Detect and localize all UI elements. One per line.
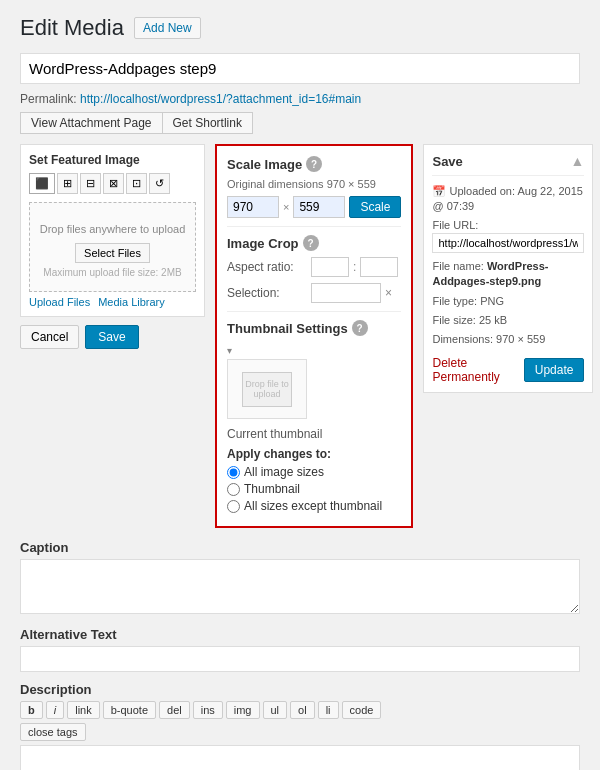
width-input[interactable] — [227, 196, 279, 218]
upload-files-link[interactable]: Upload Files — [29, 296, 90, 308]
permalink-link[interactable]: http://localhost/wordpress1/?attachment_… — [80, 92, 361, 106]
scale-help-icon[interactable]: ? — [306, 156, 322, 172]
toolbar-btn-4[interactable]: ⊠ — [103, 173, 124, 194]
editor-btn-ol[interactable]: ol — [290, 701, 315, 719]
get-shortlink-btn[interactable]: Get Shortlink — [162, 112, 253, 134]
radio-all-sizes-input[interactable] — [227, 466, 240, 479]
media-library-link[interactable]: Media Library — [98, 296, 165, 308]
save-box: Save ▲ 📅 Uploaded on: Aug 22, 2015 @ 07:… — [423, 144, 593, 393]
alt-text-section: Alternative Text — [20, 627, 580, 672]
toolbar-btn-5[interactable]: ⊡ — [126, 173, 147, 194]
view-attachment-btn[interactable]: View Attachment Page — [20, 112, 162, 134]
editor-toolbar: b i link b-quote del ins img ul ol li co… — [20, 701, 580, 719]
caption-label: Caption — [20, 540, 580, 555]
radio-thumbnail-label: Thumbnail — [244, 482, 300, 496]
media-title-input[interactable] — [20, 53, 580, 84]
toolbar-btn-3[interactable]: ⊟ — [80, 173, 101, 194]
upload-dropzone: Drop files anywhere to upload Select Fil… — [29, 202, 196, 292]
description-textarea[interactable] — [20, 745, 580, 770]
scale-button[interactable]: Scale — [349, 196, 401, 218]
aspect-ratio-label: Aspect ratio: — [227, 260, 307, 274]
radio-thumbnail-input[interactable] — [227, 483, 240, 496]
max-upload-text: Maximum upload file size: 2MB — [38, 267, 187, 278]
original-dims-label: Original dimensions 970 × 559 — [227, 178, 401, 190]
editor-btn-b[interactable]: b — [20, 701, 43, 719]
delete-update-row: Delete Permanently Update — [432, 356, 584, 384]
caption-textarea[interactable] — [20, 559, 580, 614]
selection-row: Selection: × — [227, 283, 401, 303]
editor-btn-ul[interactable]: ul — [263, 701, 288, 719]
permalink-label: Permalink: — [20, 92, 77, 106]
dimensions-label: Dimensions: — [432, 333, 493, 345]
file-type-row: File type: PNG — [432, 294, 584, 309]
alt-text-input[interactable] — [20, 646, 580, 672]
caption-section: Caption — [20, 540, 580, 617]
file-name-label: File name: — [432, 260, 483, 272]
aspect-ratio-h-input[interactable] — [360, 257, 398, 277]
thumb-inner: Drop file to upload — [242, 372, 292, 407]
file-size-label: File size: — [432, 314, 475, 326]
editor-btn-li[interactable]: li — [318, 701, 339, 719]
radio-thumbnail: Thumbnail — [227, 482, 401, 496]
delete-permanently-link[interactable]: Delete Permanently — [432, 356, 523, 384]
uploaded-label: Uploaded on: — [450, 185, 515, 197]
attachment-links: View Attachment Page Get Shortlink — [20, 112, 580, 134]
thumbnail-settings-title: Thumbnail Settings ? — [227, 320, 401, 336]
radio-all-except-label: All sizes except thumbnail — [244, 499, 382, 513]
uploaded-icon: 📅 — [432, 185, 446, 197]
thumbnail-help-icon[interactable]: ? — [352, 320, 368, 336]
description-section: Description b i link b-quote del ins img… — [20, 682, 580, 770]
x-separator: × — [283, 201, 289, 213]
dimensions-row: Dimensions: 970 × 559 — [432, 332, 584, 347]
editor-btn-i[interactable]: i — [46, 701, 64, 719]
thumb-placeholder: Drop file to upload — [243, 379, 291, 399]
file-name-row: File name: WordPress-Addpages-step9.png — [432, 259, 584, 290]
dimensions-value: 970 × 559 — [496, 333, 545, 345]
editor-btn-ins[interactable]: ins — [193, 701, 223, 719]
description-label: Description — [20, 682, 580, 697]
image-crop-title: Image Crop ? — [227, 235, 401, 251]
add-new-button[interactable]: Add New — [134, 17, 201, 39]
toolbar-btn-1[interactable]: ⬛ — [29, 173, 55, 194]
update-button[interactable]: Update — [524, 358, 585, 382]
editor-btn-del[interactable]: del — [159, 701, 190, 719]
file-type-value: PNG — [480, 295, 504, 307]
thumb-drop-text: ▾ — [227, 345, 232, 356]
current-thumbnail-label: Current thumbnail — [227, 427, 401, 441]
set-featured-label: Set Featured Image — [29, 153, 196, 167]
cancel-save-row: Cancel Save — [20, 325, 205, 349]
radio-all-except-input[interactable] — [227, 500, 240, 513]
alt-text-label: Alternative Text — [20, 627, 580, 642]
upload-links: Upload Files Media Library — [29, 296, 196, 308]
editor-btn-bquote[interactable]: b-quote — [103, 701, 156, 719]
file-url-input[interactable] — [432, 233, 584, 253]
toolbar-btn-2[interactable]: ⊞ — [57, 173, 78, 194]
save-box-header: Save ▲ — [432, 153, 584, 176]
editor-btn-link[interactable]: link — [67, 701, 100, 719]
editor-btn-code[interactable]: code — [342, 701, 382, 719]
aspect-ratio-row: Aspect ratio: : — [227, 257, 401, 277]
editor-btn-img[interactable]: img — [226, 701, 260, 719]
page-header: Edit Media Add New — [20, 15, 580, 41]
drop-text: Drop files anywhere to upload — [38, 223, 187, 235]
selection-label: Selection: — [227, 286, 307, 300]
selection-input[interactable] — [311, 283, 381, 303]
aspect-ratio-w-input[interactable] — [311, 257, 349, 277]
file-type-label: File type: — [432, 295, 477, 307]
save-box-title: Save — [432, 154, 462, 169]
height-input[interactable] — [293, 196, 345, 218]
scale-image-title: Scale Image ? — [227, 156, 401, 172]
crop-help-icon[interactable]: ? — [303, 235, 319, 251]
cancel-button[interactable]: Cancel — [20, 325, 79, 349]
select-files-btn[interactable]: Select Files — [75, 243, 150, 263]
save-button[interactable]: Save — [85, 325, 138, 349]
file-url-label: File URL: — [432, 219, 584, 231]
file-size-row: File size: 25 kB — [432, 313, 584, 328]
editor-toolbar-row2: close tags — [20, 723, 580, 741]
collapse-icon[interactable]: ▲ — [571, 153, 585, 169]
selection-x-sep: × — [385, 286, 392, 300]
editor-btn-close-tags[interactable]: close tags — [20, 723, 86, 741]
permalink-row: Permalink: http://localhost/wordpress1/?… — [20, 92, 580, 106]
set-featured-box: Set Featured Image ⬛ ⊞ ⊟ ⊠ ⊡ ↺ Drop file… — [20, 144, 205, 317]
toolbar-btn-6[interactable]: ↺ — [149, 173, 170, 194]
